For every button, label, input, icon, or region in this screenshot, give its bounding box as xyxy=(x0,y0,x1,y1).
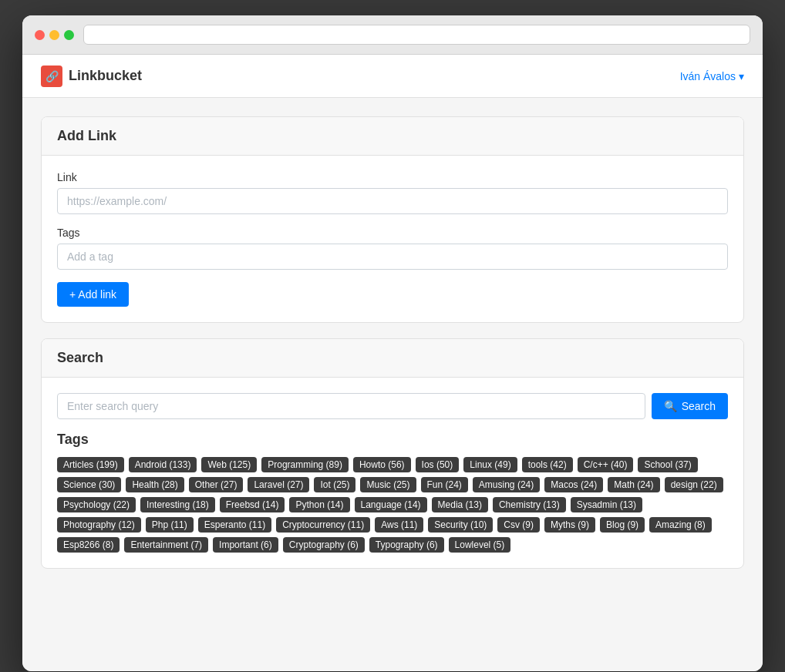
browser-chrome xyxy=(22,15,763,55)
browser-content: 🔗 Linkbucket Iván Ávalos ▾ Add Link Link xyxy=(22,55,763,671)
dropdown-icon: ▾ xyxy=(739,70,744,82)
tag-badge[interactable]: Music (25) xyxy=(360,477,416,492)
add-link-button-label: + Add link xyxy=(69,288,116,301)
tag-badge[interactable]: Ios (50) xyxy=(416,457,460,472)
tag-badge[interactable]: Fun (24) xyxy=(421,477,468,492)
tag-badge[interactable]: Chemistry (13) xyxy=(493,497,566,512)
tag-badge[interactable]: tools (42) xyxy=(522,457,573,472)
tag-badge[interactable]: Laravel (27) xyxy=(248,477,309,492)
tag-badge[interactable]: Cryptocurrency (11) xyxy=(276,517,370,533)
link-label: Link xyxy=(57,171,728,183)
link-form-group: Link xyxy=(57,171,728,214)
search-button-label: Search xyxy=(682,400,716,412)
tag-badge[interactable]: Python (14) xyxy=(289,497,349,512)
tags-section: Tags Articles (199)Android (133)Web (125… xyxy=(57,432,728,553)
user-name: Iván Ávalos xyxy=(680,70,736,82)
tag-badge[interactable]: Interesting (18) xyxy=(140,497,215,512)
tags-label: Tags xyxy=(57,227,728,239)
tag-badge[interactable]: Sysadmin (13) xyxy=(571,497,642,512)
navbar: 🔗 Linkbucket Iván Ávalos ▾ xyxy=(22,55,763,98)
main-content: Add Link Link Tags + Add link xyxy=(22,98,763,587)
search-button[interactable]: 🔍 Search xyxy=(652,393,728,419)
tag-badge[interactable]: Typography (6) xyxy=(369,537,444,553)
add-link-card: Add Link Link Tags + Add link xyxy=(41,116,744,323)
tags-section-title: Tags xyxy=(57,432,728,448)
tag-badge[interactable]: Articles (199) xyxy=(57,457,124,472)
tag-badge[interactable]: design (22) xyxy=(665,477,723,492)
tag-badge[interactable]: Security (10) xyxy=(428,517,493,533)
brand: 🔗 Linkbucket xyxy=(41,66,142,87)
search-input[interactable] xyxy=(57,393,645,419)
tag-badge[interactable]: Howto (56) xyxy=(353,457,411,472)
tag-badge[interactable]: Amazing (8) xyxy=(649,517,712,533)
tag-badge[interactable]: Aws (11) xyxy=(375,517,423,533)
tag-badge[interactable]: Important (6) xyxy=(213,537,278,553)
add-link-body: Link Tags + Add link xyxy=(42,156,743,322)
brand-icon: 🔗 xyxy=(41,66,62,87)
user-menu[interactable]: Iván Ávalos ▾ xyxy=(680,70,744,82)
address-bar[interactable] xyxy=(83,25,750,45)
brand-label: Linkbucket xyxy=(69,68,142,84)
tags-input[interactable] xyxy=(57,244,728,270)
tag-badge[interactable]: Csv (9) xyxy=(497,517,540,533)
tags-form-group: Tags xyxy=(57,227,728,270)
tag-badge[interactable]: Esperanto (11) xyxy=(198,517,271,533)
tag-badge[interactable]: Iot (25) xyxy=(314,477,355,492)
link-input[interactable] xyxy=(57,188,728,214)
tag-badge[interactable]: Psychology (22) xyxy=(57,497,136,512)
tag-badge[interactable]: Freebsd (14) xyxy=(220,497,285,512)
tag-badge[interactable]: Myths (9) xyxy=(544,517,595,533)
search-row: 🔍 Search xyxy=(57,393,728,419)
tag-badge[interactable]: Web (125) xyxy=(201,457,257,472)
tag-badge[interactable]: Media (13) xyxy=(432,497,488,512)
maximize-button[interactable] xyxy=(64,30,74,40)
tag-badge[interactable]: Science (30) xyxy=(57,477,121,492)
tag-badge[interactable]: Programming (89) xyxy=(261,457,349,472)
search-body: 🔍 Search Tags Articles (199)Android (133… xyxy=(42,378,743,568)
tag-badge[interactable]: Blog (9) xyxy=(600,517,645,533)
tag-badge[interactable]: C/c++ (40) xyxy=(578,457,634,472)
tag-badge[interactable]: Android (133) xyxy=(129,457,197,472)
tag-badge[interactable]: Health (28) xyxy=(126,477,184,492)
tag-badge[interactable]: Php (11) xyxy=(146,517,194,533)
tag-badge[interactable]: Esp8266 (8) xyxy=(57,537,120,553)
browser-window: 🔗 Linkbucket Iván Ávalos ▾ Add Link Link xyxy=(22,15,763,671)
tag-badge[interactable]: School (37) xyxy=(638,457,697,472)
tag-badge[interactable]: Cryptography (6) xyxy=(283,537,365,553)
tag-badge[interactable]: Language (14) xyxy=(355,497,427,512)
traffic-lights xyxy=(35,30,74,40)
tag-badge[interactable]: Macos (24) xyxy=(544,477,603,492)
search-icon: 🔍 xyxy=(664,400,677,412)
add-link-button[interactable]: + Add link xyxy=(57,282,129,307)
tag-badge[interactable]: Math (24) xyxy=(608,477,659,492)
add-link-title: Add Link xyxy=(42,117,743,156)
tag-badge[interactable]: Linux (49) xyxy=(463,457,517,472)
minimize-button[interactable] xyxy=(49,30,59,40)
close-button[interactable] xyxy=(35,30,45,40)
tag-badge[interactable]: Amusing (24) xyxy=(473,477,540,492)
tag-badge[interactable]: Lowlevel (5) xyxy=(449,537,511,553)
tag-badge[interactable]: Entertainment (7) xyxy=(124,537,208,553)
search-title: Search xyxy=(42,339,743,378)
tag-badge[interactable]: Photography (12) xyxy=(57,517,141,533)
tag-badge[interactable]: Other (27) xyxy=(189,477,244,492)
tags-container: Articles (199)Android (133)Web (125)Prog… xyxy=(57,457,728,553)
search-card: Search 🔍 Search Tags Articles (199)Andro… xyxy=(41,338,744,569)
